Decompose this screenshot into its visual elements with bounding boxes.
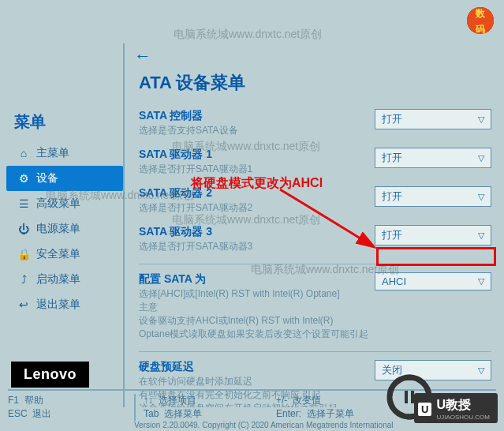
- sidebar-item-exit[interactable]: ↩ 退出菜单: [6, 292, 123, 317]
- boot-icon: ⤴: [17, 273, 30, 286]
- sidebar-item-boot[interactable]: ⤴ 启动菜单: [6, 267, 123, 292]
- chevron-down-icon: ▽: [478, 365, 484, 376]
- svg-rect-2: [405, 391, 408, 403]
- sidebar-item-advanced[interactable]: ☰ 高级菜单: [6, 191, 123, 216]
- exit-icon: ↩: [17, 298, 30, 311]
- corner-badge: 数 码: [463, 3, 498, 38]
- sidebar-item-label: 安全菜单: [36, 247, 80, 261]
- ujiaoshou-u-icon: U: [418, 403, 431, 416]
- setting-sata-controller: SATA 控制器 选择是否支持SATA设备 打开 ▽: [139, 109, 491, 137]
- setting-label: 配置 SATA 为: [139, 272, 370, 287]
- setting-desc: 选择是否打开SATA驱动器2: [139, 202, 370, 214]
- sidebar-item-label: 电源菜单: [36, 222, 80, 236]
- chevron-down-icon: ▽: [478, 276, 484, 287]
- chevron-down-icon: ▽: [478, 153, 484, 163]
- watermark-text: 电脑系统城www.dnxtc.net原创: [174, 28, 322, 42]
- sata-drive1-dropdown[interactable]: 打开 ▽: [375, 148, 491, 168]
- copyright-text: Version 2.20.0049. Copyright (C) 2020 Am…: [134, 421, 394, 429]
- dropdown-value: 打开: [382, 151, 402, 165]
- setting-desc: 在软件访问硬盘时添加延迟: [139, 376, 370, 388]
- annotation-instruction: 将硬盘模式更改为AHCI: [191, 175, 323, 192]
- sata-drive3-dropdown[interactable]: 打开 ▽: [375, 225, 491, 245]
- dropdown-value: AHCI: [382, 275, 406, 287]
- setting-label: 硬盘预延迟: [139, 360, 370, 374]
- setting-label: SATA 驱动器 3: [139, 225, 370, 239]
- sidebar-item-security[interactable]: 🔒 安全菜单: [6, 242, 123, 267]
- sidebar-title: 菜单: [6, 107, 123, 141]
- sidebar-item-label: 主菜单: [36, 146, 69, 160]
- divider: [139, 351, 491, 352]
- sata-controller-dropdown[interactable]: 打开 ▽: [375, 109, 491, 129]
- sidebar-item-label: 高级菜单: [36, 197, 80, 211]
- setting-desc: 主意: [139, 302, 370, 313]
- divider: [139, 264, 491, 264]
- main-panel: ATA 设备菜单 SATA 控制器 选择是否支持SATA设备 打开 ▽ SATA…: [123, 43, 499, 407]
- sidebar-item-label: 设备: [36, 171, 58, 186]
- setting-desc: 选择是否支持SATA设备: [139, 125, 370, 137]
- setting-configure-sata: 配置 SATA 为 选择[AHCI]或[Intel(R) RST with In…: [139, 272, 491, 340]
- chevron-down-icon: ▽: [478, 114, 484, 125]
- ujiaoshou-watermark: U U教授 UJIAOSHOU.COM: [414, 393, 498, 423]
- chevron-down-icon: ▽: [478, 192, 484, 202]
- sidebar-item-devices[interactable]: ⚙ 设备: [6, 166, 123, 191]
- setting-desc: 选择是否打开SATA驱动器3: [139, 241, 370, 253]
- lenovo-logo: Lenovo: [11, 362, 89, 388]
- sidebar-item-power[interactable]: ⏻ 电源菜单: [6, 216, 123, 242]
- setting-label: SATA 驱动器 1: [139, 148, 370, 162]
- setting-desc: 选择[AHCI]或[Intel(R) RST with Intel(R) Opt…: [139, 288, 370, 300]
- setting-desc: 设备驱动支持AHCI或Intel(R) RST with Intel(R): [139, 315, 370, 327]
- lock-icon: 🔒: [17, 248, 30, 260]
- sidebar-item-label: 退出菜单: [36, 298, 80, 312]
- power-icon: ⏻: [17, 223, 30, 235]
- back-button[interactable]: ←: [134, 46, 151, 66]
- setting-sata-drive-3: SATA 驱动器 3 选择是否打开SATA驱动器3 打开 ▽: [139, 225, 491, 253]
- list-icon: ☰: [17, 197, 30, 210]
- dropdown-value: 打开: [382, 189, 402, 204]
- ujiaoshou-domain: UJIAOSHOU.COM: [436, 414, 490, 421]
- ujiaoshou-name: U教授: [436, 398, 471, 411]
- dropdown-value: 打开: [382, 112, 402, 126]
- chevron-down-icon: ▽: [478, 230, 484, 241]
- setting-sata-drive-1: SATA 驱动器 1 选择是否打开SATA驱动器1 打开 ▽: [139, 148, 491, 175]
- configure-sata-dropdown[interactable]: AHCI ▽: [375, 272, 491, 290]
- sidebar: 菜单 ⌂ 主菜单 ⚙ 设备 ☰ 高级菜单 ⏻ 电源菜单 🔒 安全菜单 ⤴ 启动菜…: [6, 43, 123, 407]
- setting-label: SATA 控制器: [139, 109, 370, 123]
- page-title: ATA 设备菜单: [139, 71, 491, 95]
- sidebar-item-label: 启动菜单: [36, 272, 80, 287]
- dropdown-value: 打开: [382, 228, 402, 242]
- sata-drive2-dropdown[interactable]: 打开 ▽: [375, 186, 491, 207]
- setting-desc: 选择是否打开SATA驱动器1: [139, 163, 370, 175]
- setting-desc: Optane模式读取硬盘如果安装后改变这个设置可能引起: [139, 328, 370, 340]
- home-icon: ⌂: [17, 147, 30, 159]
- gear-icon: ⚙: [17, 172, 30, 185]
- sidebar-item-main-menu[interactable]: ⌂ 主菜单: [6, 141, 123, 166]
